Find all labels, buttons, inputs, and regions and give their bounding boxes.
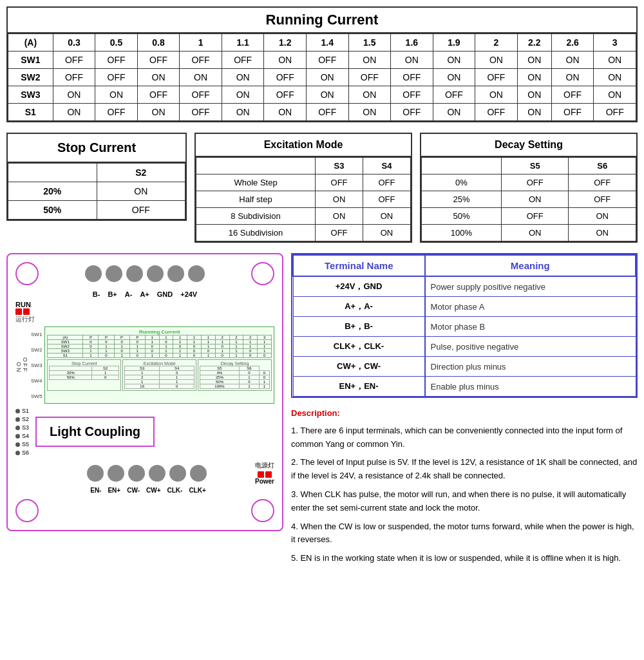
board-middle: OFF ON SW1 SW2 SW3 SW4 SW5 Running Curre… — [15, 326, 274, 404]
excitation-table: S3 S4 Whole StepOFFOFFHalf stepONOFF8 Su… — [196, 157, 411, 241]
terminal-row: A+，A-Motor phase A — [293, 297, 636, 317]
connector-dot — [167, 265, 184, 282]
bottom-connector-dots — [39, 465, 255, 482]
terminal-table: Terminal Name Meaning +24V，GNDPower supp… — [292, 254, 636, 397]
stop-mini: Stop Current S2 20%1 50%0 — [47, 359, 121, 391]
sc-header: S2 — [8, 164, 185, 182]
rc-body: SW1OFFOFFOFFOFFOFFONOFFONONONONONONONSW2… — [8, 52, 636, 121]
bottom-dot — [87, 465, 104, 482]
power-led-1 — [258, 471, 264, 478]
running-current-section: Running Current (A)0.30.50.811.11.21.41.… — [6, 6, 638, 122]
running-current-title: Running Current — [8, 8, 636, 33]
on-label: ON — [15, 332, 22, 404]
exc-header: S3 S4 — [196, 158, 411, 174]
sw2-label-v: SW2 — [31, 347, 42, 353]
running-current-mini: Running Current (A)PPPP111112223 SW10000… — [44, 326, 274, 404]
rc-row: SW2OFFOFFONONONOFFONOFFOFFONOFFONONON — [8, 69, 636, 86]
light-coupling-area: S1 S2 S3 S4 S5 S6 Light Coupling — [15, 408, 274, 456]
connector-dot — [147, 265, 164, 282]
rc-header-row: (A)0.30.50.811.11.21.41.51.61.922.22.63 — [8, 34, 636, 52]
terminal-body: +24V，GNDPower supply positive negativeA+… — [293, 276, 636, 397]
label-24v: +24V — [180, 290, 197, 298]
rc-row: SW3ONONOFFOFFONOFFONONOFFOFFONONOFFON — [8, 86, 636, 104]
stop-current-table: S2 20%ON50%OFF — [8, 163, 185, 220]
sw1-label-v: SW1 — [31, 332, 42, 337]
exc-row: Whole StepOFFOFF — [196, 174, 411, 191]
run-label: RUN — [15, 301, 35, 308]
label-a-minus: A- — [125, 290, 133, 298]
label-gnd: GND — [157, 290, 173, 298]
top-connector-dots — [85, 265, 205, 282]
bottom-tables-mini: Stop Current S2 20%1 50%0 Excitation Mod… — [47, 359, 272, 391]
bottom-left-circle — [15, 499, 39, 522]
description-item: 3. When CLK has pulse, the motor will ru… — [291, 488, 638, 515]
sw4-label-v: SW4 — [31, 378, 42, 384]
decay-table: S5 S6 0%OFFOFF25%ONOFF50%OFFON100%ONON — [421, 157, 636, 241]
description-items: 1. There are 6 input terminals, which ca… — [291, 424, 638, 565]
th-terminal-name: Terminal Name — [293, 255, 425, 276]
rc-row: SW1OFFOFFOFFOFFOFFONOFFONONONONONONON — [8, 52, 636, 69]
connector-dot — [106, 265, 122, 282]
power-text: Power — [255, 478, 274, 485]
description-item: 5. EN is in the working state when it is… — [291, 552, 638, 565]
top-right-circle — [251, 262, 274, 285]
sc-body: 20%ON50%OFF — [8, 182, 185, 220]
decay-title: Decay Setting — [421, 134, 636, 157]
excitation-mini: Excitation Mode S3S4 10 21 11 160 — [122, 359, 196, 391]
bottom-dot — [128, 465, 145, 482]
top-connector-row — [15, 262, 274, 285]
rc-mini-table: (A)PPPP111112223 SW10000101111111 SW2011… — [47, 335, 272, 358]
terminal-row: B+，B-Motor phase B — [293, 317, 636, 337]
description-item: 1. There are 6 input terminals, which ca… — [291, 424, 638, 451]
sc-row: 20%ON — [8, 182, 185, 201]
right-section: Terminal Name Meaning +24V，GNDPower supp… — [291, 253, 638, 570]
sc-col-header: S2 — [97, 164, 185, 182]
excitation-title: Excitation Mode — [196, 134, 411, 157]
power-indicator: 电源灯 Power — [255, 461, 274, 485]
s-indicators: S1 S2 S3 S4 S5 S6 — [15, 408, 29, 456]
th-meaning: Meaning — [425, 255, 636, 276]
terminal-row: +24V，GNDPower supply positive negative — [293, 276, 636, 297]
label-b-plus: B+ — [108, 290, 117, 298]
bottom-dot — [108, 465, 124, 482]
bottom-dot — [149, 465, 166, 482]
label-b-minus: B- — [93, 290, 100, 298]
description-title: Description: — [291, 407, 638, 420]
rc-row: S1ONOFFONOFFONONOFFONOFFONOFFONOFFOFF — [8, 104, 636, 121]
terminal-row: CW+，CW-Direction plus minus — [293, 357, 636, 377]
decay-row: 0%OFFOFF — [422, 174, 636, 191]
run-leds — [15, 308, 35, 315]
bottom-row: B- B+ A- A+ GND +24V RUN 运行灯 OFF ON — [6, 253, 638, 570]
exc-body: Whole StepOFFOFFHalf stepONOFF8 Subdivis… — [196, 174, 411, 241]
exc-row: 8 SubdivisionONON — [196, 208, 411, 225]
bottom-labels-row: EN- EN+ CW- CW+ CLK- CLK+ — [15, 487, 274, 494]
connector-dot — [188, 265, 205, 282]
description-item: 2. The level of Input pulse is 5V. If th… — [291, 456, 638, 483]
terminal-row: EN+，EN-Enable plus minus — [293, 377, 636, 397]
power-leds — [255, 471, 274, 478]
running-current-table: (A)0.30.50.811.11.21.41.51.61.922.22.63 … — [8, 33, 636, 121]
bottom-dot — [190, 465, 207, 482]
bottom-dot — [169, 465, 186, 482]
power-label: 电源灯 — [255, 461, 274, 470]
run-led-1 — [15, 308, 22, 315]
decay-header: S5 S6 — [422, 158, 636, 174]
bottom-right-circle — [251, 499, 274, 522]
bottom-connector-section: 电源灯 Power EN- EN+ CW- CW+ CLK- CLK+ — [15, 461, 274, 494]
run-sub-label: 运行灯 — [15, 315, 35, 324]
board-diagram: B- B+ A- A+ GND +24V RUN 运行灯 OFF ON — [6, 253, 283, 531]
run-indicator: RUN 运行灯 — [15, 301, 35, 324]
decay-mini: Decay Setting S5S6 0%00 25%10 50%01 100%… — [198, 359, 272, 391]
label-a-plus: A+ — [140, 290, 149, 298]
terminal-table-section: Terminal Name Meaning +24V，GNDPower supp… — [291, 253, 638, 398]
rc-mini-title: Running Current — [47, 329, 272, 335]
decay-row: 25%ONOFF — [422, 191, 636, 208]
off-label: OFF — [22, 326, 28, 404]
terminal-row: CLK+，CLK-Pulse, positive negative — [293, 337, 636, 357]
description-section: Description: 1. There are 6 input termin… — [291, 407, 638, 565]
middle-row: Stop Current S2 20%ON50%OFF Excitation M… — [6, 133, 638, 243]
connector-dot — [126, 265, 143, 282]
terminal-header: Terminal Name Meaning — [293, 255, 636, 276]
decay-body: 0%OFFOFF25%ONOFF50%OFFON100%ONON — [422, 174, 636, 241]
exc-row: Half stepONOFF — [196, 191, 411, 208]
